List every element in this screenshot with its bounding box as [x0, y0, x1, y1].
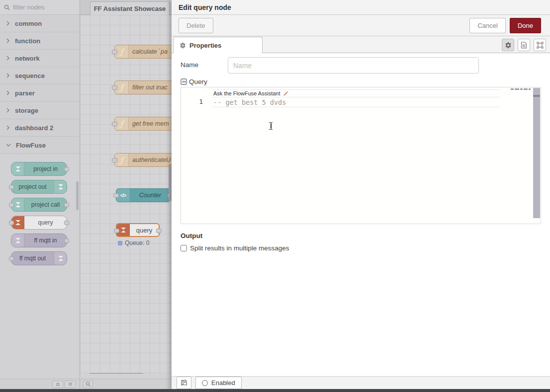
palette-category-dashboard2[interactable]: dashboard 2	[0, 119, 80, 137]
palette-category-parser[interactable]: parser	[0, 84, 80, 102]
done-button[interactable]: Done	[510, 18, 541, 33]
input-port[interactable]	[112, 122, 117, 126]
input-port[interactable]	[9, 256, 14, 261]
palette-footer	[0, 379, 80, 389]
palette-node-label: project in	[24, 165, 67, 172]
palette-node-label: query	[24, 219, 67, 226]
zoom-search-button[interactable]	[83, 381, 93, 388]
flow-node-authenticate[interactable]: ƒ authenticateU	[114, 153, 172, 167]
palette-category-sequence[interactable]: sequence	[0, 67, 80, 84]
category-label: FlowFuse	[16, 142, 46, 149]
input-port[interactable]	[9, 221, 14, 225]
flowfuse-link-icon	[54, 180, 67, 193]
flow-node-calculate[interactable]: ƒ calculate `pa	[114, 45, 172, 59]
category-label: storage	[15, 107, 38, 114]
enabled-circle-icon	[202, 380, 208, 386]
palette-category-storage[interactable]: storage	[0, 102, 80, 119]
chevrons-up-icon	[56, 382, 60, 387]
palette-node-label: ff mqtt out	[11, 255, 54, 262]
flow-node-counter[interactable]: </> Counter	[116, 188, 171, 202]
palette-node-label: ff mqtt in	[24, 237, 67, 244]
palette-scrollbar[interactable]	[76, 181, 79, 210]
node-status: Queue: 0	[118, 239, 149, 246]
input-port[interactable]	[112, 158, 117, 162]
palette-node-project-out[interactable]: project out	[11, 180, 67, 194]
properties-tab-button[interactable]	[502, 39, 514, 51]
appearance-tab-button[interactable]	[534, 39, 546, 51]
palette-node-project-call[interactable]: project call	[11, 198, 67, 212]
input-port[interactable]	[9, 203, 14, 207]
assistant-hint-text: Ask the FlowFuse Assistant	[213, 90, 280, 96]
input-port[interactable]	[112, 50, 117, 54]
edit-dialog: Edit query node Delete Cancel Done Prope…	[172, 0, 550, 392]
palette-category-common[interactable]: common	[0, 15, 80, 32]
palette-node-query[interactable]: query	[11, 216, 67, 230]
flow-node-get-free-mem[interactable]: ƒ get free mem	[114, 117, 172, 131]
flow-node-query-selected[interactable]: query	[116, 223, 160, 237]
query-label: Query	[189, 78, 207, 85]
workspace-footer	[80, 379, 172, 389]
palette-search[interactable]	[0, 0, 80, 15]
name-label: Name	[181, 61, 198, 69]
chevrons-down-icon	[68, 382, 73, 387]
input-port[interactable]	[112, 85, 117, 90]
palette-node-ff-mqtt-out[interactable]: ff mqtt out	[11, 251, 67, 265]
category-label: sequence	[15, 72, 45, 79]
node-label: authenticateU	[129, 157, 171, 163]
input-port[interactable]	[114, 229, 119, 233]
status-text: Queue: 0	[125, 239, 149, 246]
search-icon	[4, 4, 10, 10]
dialog-header: Edit query node	[172, 0, 550, 15]
category-label: common	[15, 20, 42, 27]
node-label: query	[130, 227, 159, 234]
palette-node-project-in[interactable]: project in	[11, 162, 67, 176]
collapse-all-button[interactable]	[52, 381, 63, 388]
input-port[interactable]	[113, 193, 119, 198]
input-port[interactable]	[9, 185, 14, 189]
flow-node-filter[interactable]: ƒ filter out inac	[114, 80, 172, 94]
palette-category-flowfuse[interactable]: FlowFuse	[0, 137, 80, 154]
tab-properties[interactable]: Properties	[173, 37, 263, 53]
delete-button[interactable]: Delete	[179, 18, 213, 33]
dialog-body: Name Query Ask the FlowFuse Assistant 1 …	[172, 53, 550, 376]
output-port[interactable]	[156, 229, 162, 233]
editor-scrollbar[interactable]	[533, 88, 540, 218]
flow-tab-label: FF Assistant Showcase	[94, 5, 166, 12]
status-dot-icon	[118, 241, 122, 245]
palette-category-function[interactable]: function	[0, 32, 80, 50]
docs-button[interactable]	[177, 377, 191, 389]
output-port[interactable]	[64, 203, 69, 207]
palette-filter-input[interactable]	[13, 3, 68, 11]
dialog-toolbar: Delete Cancel Done	[172, 15, 550, 36]
output-port[interactable]	[64, 221, 69, 225]
bottom-edge-bar	[0, 389, 550, 392]
palette-node-label: project call	[24, 201, 67, 208]
split-results-checkbox[interactable]	[181, 245, 187, 251]
output-port[interactable]	[64, 167, 69, 171]
magnifier-icon	[86, 382, 91, 387]
code-line[interactable]: -- get best 5 dvds	[212, 97, 500, 107]
editor-minimap	[511, 88, 533, 90]
name-input[interactable]	[228, 57, 479, 74]
palette-node-ff-mqtt-in[interactable]: ff mqtt in	[11, 234, 67, 247]
description-tab-button[interactable]	[518, 39, 530, 51]
node-label: filter out inac	[129, 84, 168, 91]
category-label: network	[15, 55, 40, 62]
query-icon	[181, 78, 187, 85]
dialog-title: Edit query node	[179, 3, 231, 11]
line-number: 1	[181, 98, 203, 105]
chevron-right-icon	[6, 108, 10, 113]
palette-category-network[interactable]: network	[0, 50, 80, 67]
output-section-label: Output	[181, 232, 202, 239]
chevron-right-icon	[6, 90, 10, 95]
output-port[interactable]	[64, 238, 69, 243]
book-icon	[181, 380, 187, 386]
horizontal-scrollbar[interactable]	[88, 373, 145, 374]
enabled-toggle-button[interactable]: Enabled	[195, 377, 242, 389]
expand-all-button[interactable]	[65, 381, 76, 388]
query-code-editor[interactable]: Ask the FlowFuse Assistant 1 -- get best…	[181, 87, 541, 224]
assistant-hint-banner[interactable]: Ask the FlowFuse Assistant	[212, 89, 500, 97]
flow-canvas[interactable]: ƒ calculate `pa ƒ filter out inac ƒ get …	[80, 15, 172, 374]
flow-tab[interactable]: FF Assistant Showcase	[90, 1, 170, 15]
cancel-button[interactable]: Cancel	[469, 18, 505, 33]
